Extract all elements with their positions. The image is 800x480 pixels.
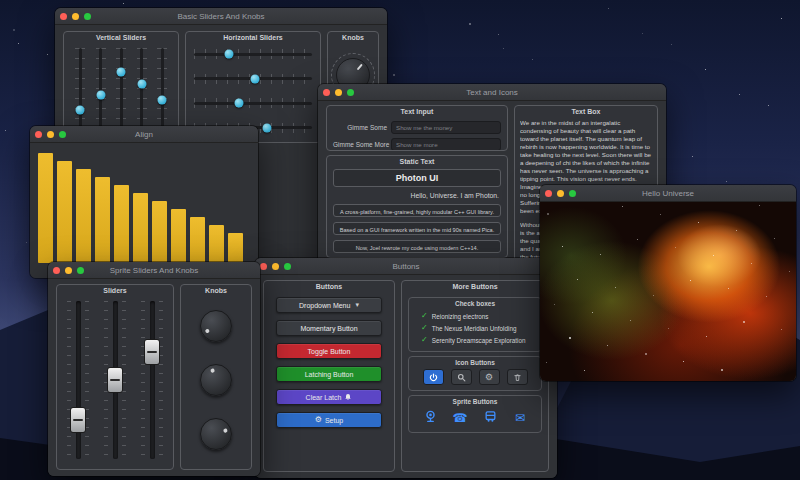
titlebar[interactable]: Basic Sliders And Knobs — [55, 8, 387, 25]
nebula-star — [660, 214, 661, 215]
knob-arm — [196, 306, 237, 347]
magnifying-glass-button[interactable] — [451, 369, 472, 385]
align-canvas — [30, 143, 258, 278]
slider-track — [194, 102, 312, 105]
mail-icon: ✉ — [515, 410, 525, 425]
clear-latch-button[interactable]: Clear Latch — [276, 389, 382, 405]
vertical-slider-2[interactable] — [95, 48, 107, 134]
checkmark-icon[interactable]: ✓ — [421, 336, 428, 344]
horizontal-slider-2[interactable] — [194, 73, 312, 85]
align-bar-1 — [38, 153, 53, 263]
phone-button[interactable]: ☎ — [449, 408, 472, 427]
align-bar-2 — [57, 161, 72, 263]
mail-button[interactable]: ✉ — [509, 408, 532, 427]
check-boxes-group: Check boxes ✓Reionizing electrons✓The Ne… — [408, 297, 542, 352]
vertical-slider-3[interactable] — [115, 48, 127, 134]
slider-thumb[interactable] — [263, 123, 272, 132]
dropdown-menu-button[interactable]: Dropdown Menu▾ — [276, 297, 382, 313]
nebula-star — [615, 287, 616, 288]
group-title: More Buttons — [402, 283, 548, 290]
align-bar-8 — [171, 209, 186, 263]
bell-icon — [344, 393, 352, 402]
sprite-knob-1[interactable] — [200, 310, 232, 342]
vertical-slider-5[interactable] — [156, 48, 168, 134]
group-title: Horizontal Sliders — [186, 34, 320, 41]
titlebar[interactable]: Align — [30, 126, 258, 143]
toggle-button[interactable]: Toggle Button — [276, 343, 382, 359]
input-row: Gimme Some More — [333, 138, 501, 151]
check-label: Reionizing electrons — [432, 313, 489, 320]
titlebar[interactable]: Sprite Sliders And Knobs — [48, 262, 260, 279]
icon-buttons-row: ⚙ — [413, 369, 537, 385]
window-title: Hello Universe — [540, 189, 796, 198]
sprite-knobs-group: Knobs — [180, 284, 252, 470]
slider-thumb[interactable] — [251, 74, 260, 83]
slider-thumb[interactable] — [158, 95, 167, 104]
latching-button[interactable]: Latching Button — [276, 366, 382, 382]
titlebar[interactable]: Hello Universe — [540, 185, 796, 202]
buttons-group: Buttons Dropdown Menu▾Momentary ButtonTo… — [263, 280, 395, 472]
sprite-slider-1[interactable] — [67, 301, 89, 459]
nebula-star — [683, 361, 684, 362]
slider-thumb[interactable] — [107, 367, 123, 393]
subgroup-title: Sprite Buttons — [409, 398, 541, 405]
titlebar[interactable]: Text and Icons — [318, 84, 666, 101]
slider-thumb[interactable] — [70, 407, 86, 433]
check-row-2[interactable]: ✓The Nexus Meridian Unfolding — [413, 322, 537, 334]
star — [18, 43, 19, 44]
slider-thumb[interactable] — [117, 68, 126, 77]
bus-button[interactable] — [479, 408, 502, 427]
sprite-knob-3[interactable] — [200, 418, 232, 450]
setup-button[interactable]: ⚙Setup — [276, 412, 382, 428]
camera-button[interactable] — [419, 408, 442, 427]
checkmark-icon[interactable]: ✓ — [421, 324, 428, 332]
slider-thumb[interactable] — [137, 80, 146, 89]
nebula-star — [721, 369, 723, 371]
vertical-slider-1[interactable] — [74, 48, 86, 134]
static-text-line: Now, Joel rewrote my code using modern C… — [333, 240, 501, 253]
buttons-window: Buttons Buttons Dropdown Menu▾Momentary … — [255, 258, 557, 478]
static-text-line: A cross-platform, fine-grained, highly m… — [333, 204, 501, 217]
vertical-slider-4[interactable] — [136, 48, 148, 134]
sprite-slider-3[interactable] — [141, 301, 163, 459]
sprite-slider-2[interactable] — [104, 301, 126, 459]
gimme-some-more-input[interactable] — [391, 138, 501, 151]
nebula-star — [690, 280, 691, 281]
slider-thumb[interactable] — [96, 91, 105, 100]
momentary-button[interactable]: Momentary Button — [276, 320, 382, 336]
buttons-stack: Dropdown Menu▾Momentary ButtonToggle But… — [276, 297, 382, 428]
icon-buttons-group: Icon Buttons ⚙ — [408, 356, 542, 391]
magnifying-glass-icon — [457, 373, 466, 382]
knob-indicator-dot — [205, 328, 210, 333]
gimme-some-input[interactable] — [391, 121, 501, 134]
more-buttons-group: More Buttons Check boxes ✓Reionizing ele… — [401, 280, 549, 472]
slider-track — [120, 48, 123, 134]
slider-thumb[interactable] — [225, 50, 234, 59]
knob-indicator-dot — [223, 428, 228, 433]
check-row-1[interactable]: ✓Reionizing electrons — [413, 310, 537, 322]
star — [726, 181, 727, 182]
nebula-star — [584, 370, 585, 371]
sprite-sliders-row — [67, 301, 163, 459]
check-list: ✓Reionizing electrons✓The Nexus Meridian… — [413, 310, 537, 346]
slider-thumb[interactable] — [234, 99, 243, 108]
nebula-star — [668, 328, 669, 329]
cog-icon: ⚙ — [485, 373, 493, 382]
slider-thumb[interactable] — [76, 105, 85, 114]
star — [608, 8, 609, 9]
power-button[interactable] — [423, 369, 444, 385]
trash-button[interactable] — [507, 369, 528, 385]
checkmark-icon[interactable]: ✓ — [421, 312, 428, 320]
cog-button[interactable]: ⚙ — [479, 369, 500, 385]
text-input-group: Text Input Gimme Some Gimme Some More — [326, 105, 508, 151]
nebula-star — [554, 304, 555, 305]
star — [781, 18, 782, 19]
titlebar[interactable]: Buttons — [255, 258, 557, 275]
check-row-3[interactable]: ✓Serenity Dreamscape Exploration — [413, 334, 537, 346]
horizontal-slider-1[interactable] — [194, 48, 312, 60]
vertical-sliders-row — [74, 48, 168, 134]
slider-thumb[interactable] — [144, 339, 160, 365]
horizontal-slider-3[interactable] — [194, 97, 312, 109]
sprite-knob-2[interactable] — [200, 364, 232, 396]
window-title: Basic Sliders And Knobs — [55, 12, 387, 21]
